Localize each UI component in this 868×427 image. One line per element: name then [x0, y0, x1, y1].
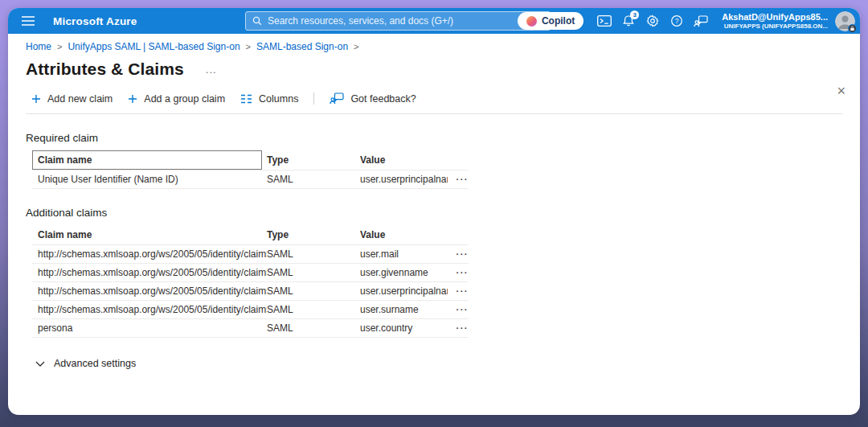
brand-title[interactable]: Microsoft Azure — [53, 15, 137, 27]
required-claim-table: Claim name Type Value Unique User Identi… — [32, 150, 469, 189]
value-header: Value — [360, 229, 448, 240]
cloud-shell-icon — [597, 15, 612, 27]
search-icon — [252, 16, 262, 26]
claim-type-cell: SAML — [267, 267, 360, 278]
feedback-button[interactable] — [690, 10, 712, 32]
feedback-icon — [694, 15, 708, 27]
claim-value-cell: user.userprincipalname [... — [360, 174, 448, 185]
row-more-icon[interactable]: ··· — [457, 249, 469, 259]
required-claim-header-row: Claim name Type Value — [32, 150, 469, 170]
notification-count-badge: 3 — [630, 10, 639, 19]
global-search[interactable] — [245, 11, 551, 31]
claim-name-header: Claim name — [32, 229, 267, 240]
account-tenant: UNIFYAPPS (UNIFYAPPS858.ON... — [722, 23, 828, 31]
additional-claims-header-row: Claim name Type Value — [32, 225, 469, 245]
toolbar-rule — [26, 113, 842, 114]
feedback-icon — [330, 92, 344, 105]
columns-icon — [240, 94, 252, 104]
breadcrumb: Home > UnifyApps SAML | SAML-based Sign-… — [26, 34, 842, 52]
got-feedback-label: Got feedback? — [350, 93, 416, 105]
account-menu[interactable]: AkshatD@UnifyApps85... UNIFYAPPS (UNIFYA… — [722, 12, 828, 31]
table-row[interactable]: http://schemas.xmlsoap.org/ws/2005/05/id… — [32, 301, 469, 319]
row-more-icon[interactable]: ··· — [457, 174, 469, 184]
row-more-icon[interactable]: ··· — [457, 286, 469, 296]
plus-icon — [31, 94, 41, 104]
svg-text:?: ? — [675, 17, 679, 25]
page-title: Attributes & Claims — [26, 60, 184, 79]
claim-name-header: Claim name — [38, 154, 92, 166]
claim-type-cell: SAML — [267, 248, 360, 260]
columns-label: Columns — [259, 93, 298, 105]
add-new-claim-button[interactable]: Add new claim — [31, 93, 113, 105]
search-input[interactable] — [268, 15, 543, 27]
additional-claims-table: Claim name Type Value http://schemas.xml… — [32, 225, 469, 338]
breadcrumb-saml-signon[interactable]: SAML-based Sign-on — [256, 41, 348, 52]
advanced-settings-toggle[interactable]: Advanced settings — [35, 358, 842, 369]
claim-value-cell: user.givenname — [360, 267, 448, 278]
help-icon: ? — [670, 14, 683, 27]
claim-type-cell: SAML — [267, 285, 360, 297]
add-group-claim-button[interactable]: Add a group claim — [128, 93, 225, 105]
claim-type-cell: SAML — [267, 174, 360, 185]
type-header: Type — [267, 154, 360, 166]
command-bar: Add new claim Add a group claim Columns … — [26, 92, 842, 105]
title-overflow-icon[interactable]: ... — [206, 64, 217, 76]
breadcrumb-separator: > — [246, 42, 251, 51]
claim-name-cell: http://schemas.xmlsoap.org/ws/2005/05/id… — [32, 304, 267, 315]
help-button[interactable]: ? — [665, 10, 688, 32]
columns-button[interactable]: Columns — [240, 93, 298, 105]
title-row: Attributes & Claims ... — [26, 60, 842, 79]
close-blade-button[interactable]: × — [833, 80, 849, 101]
copilot-button[interactable]: Copilot — [518, 12, 583, 30]
claim-value-cell: user.surname — [360, 304, 448, 315]
table-row[interactable]: http://schemas.xmlsoap.org/ws/2005/05/id… — [32, 264, 469, 282]
chevron-down-icon — [35, 361, 45, 367]
claim-name-cell: persona — [32, 322, 267, 334]
add-new-claim-label: Add new claim — [47, 93, 113, 105]
claim-type-cell: SAML — [267, 322, 360, 334]
avatar[interactable] — [835, 11, 855, 31]
row-more-icon[interactable]: ··· — [457, 305, 469, 314]
claim-name-header-cell[interactable]: Claim name — [32, 150, 267, 170]
table-row[interactable]: Unique User Identifier (Name ID) SAML us… — [32, 170, 469, 189]
got-feedback-button[interactable]: Got feedback? — [330, 92, 416, 105]
notifications-button[interactable]: 3 — [617, 10, 640, 32]
claim-name-cell: http://schemas.xmlsoap.org/ws/2005/05/id… — [32, 267, 267, 278]
table-row[interactable]: http://schemas.xmlsoap.org/ws/2005/05/id… — [32, 282, 469, 301]
advanced-settings-label: Advanced settings — [54, 358, 136, 369]
claim-value-cell: user.country — [360, 322, 448, 334]
topbar-right-cluster: Copilot 3 ? AkshatD@UnifyApps85... UNIFY… — [518, 8, 855, 34]
value-header: Value — [360, 154, 448, 166]
table-row[interactable]: persona SAML user.country ··· — [32, 319, 469, 338]
top-bar: Microsoft Azure Copilot 3 ? — [8, 8, 860, 34]
type-header: Type — [267, 229, 360, 240]
gear-icon — [646, 14, 659, 27]
breadcrumb-home[interactable]: Home — [26, 41, 51, 52]
copilot-label: Copilot — [542, 15, 575, 27]
azure-portal-window: Microsoft Azure Copilot 3 ? — [8, 8, 860, 415]
required-claim-heading: Required claim — [26, 132, 842, 144]
table-row[interactable]: http://schemas.xmlsoap.org/ws/2005/05/id… — [32, 245, 469, 264]
blade-content: Home > UnifyApps SAML | SAML-based Sign-… — [8, 34, 860, 369]
hamburger-menu-button[interactable] — [14, 8, 42, 34]
add-group-claim-label: Add a group claim — [144, 93, 225, 105]
additional-claims-heading: Additional claims — [26, 207, 842, 219]
cloud-shell-button[interactable] — [593, 10, 616, 32]
claim-value-cell: user.mail — [360, 248, 448, 260]
breadcrumb-separator: > — [57, 42, 62, 51]
copilot-icon — [526, 16, 537, 27]
plus-icon — [128, 94, 137, 104]
hamburger-icon — [22, 16, 35, 26]
breadcrumb-app[interactable]: UnifyApps SAML | SAML-based Sign-on — [68, 41, 240, 52]
claim-name-cell: http://schemas.xmlsoap.org/ws/2005/05/id… — [32, 248, 267, 260]
row-more-icon[interactable]: ··· — [457, 268, 469, 277]
lock-icon — [848, 24, 857, 33]
account-name: AkshatD@UnifyApps85... — [722, 12, 828, 23]
claim-name-cell: http://schemas.xmlsoap.org/ws/2005/05/id… — [32, 285, 267, 297]
toolbar-divider — [313, 92, 314, 105]
breadcrumb-separator: > — [354, 42, 358, 51]
row-more-icon[interactable]: ··· — [457, 323, 469, 333]
claim-type-cell: SAML — [267, 304, 360, 315]
settings-button[interactable] — [641, 10, 664, 32]
claim-name-cell: Unique User Identifier (Name ID) — [32, 174, 267, 185]
